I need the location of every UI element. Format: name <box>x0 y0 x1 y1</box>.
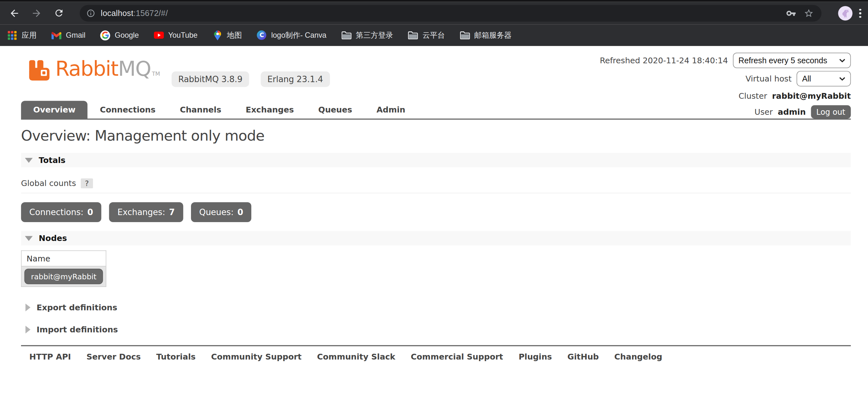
import-definitions-toggle[interactable]: Import definitions <box>21 325 851 334</box>
tab-overview[interactable]: Overview <box>21 101 88 118</box>
refresh-interval-select[interactable]: Refresh every 5 seconds <box>733 53 851 68</box>
bookmark-mail-server[interactable]: 邮箱服务器 <box>460 30 512 40</box>
footer-link-community-support[interactable]: Community Support <box>211 352 302 361</box>
bookmark-apps[interactable]: 应用 <box>7 30 37 40</box>
exchanges-count-chip: Exchanges:7 <box>109 202 183 222</box>
bookmark-google[interactable]: Google <box>100 30 139 40</box>
canva-icon: C <box>257 30 267 40</box>
browser-window: localhost:15672/#/ 应用 Gmail <box>0 0 868 395</box>
bookmark-star-icon[interactable] <box>804 8 814 20</box>
connections-count-chip: Connections:0 <box>21 202 101 222</box>
refresh-interval-value: Refresh every 5 seconds <box>738 56 827 65</box>
rabbitmq-logo-icon <box>27 58 52 82</box>
reload-icon <box>53 8 64 18</box>
footer-link-github[interactable]: GitHub <box>567 352 599 361</box>
nodes-section-header[interactable]: Nodes <box>21 231 851 246</box>
bookmark-maps[interactable]: 地图 <box>212 30 242 40</box>
reload-button[interactable] <box>50 4 67 22</box>
tab-admin[interactable]: Admin <box>364 101 417 118</box>
global-counts-label: Global counts <box>21 179 76 188</box>
export-definitions-toggle[interactable]: Export definitions <box>21 303 851 312</box>
forward-button[interactable] <box>28 4 45 22</box>
user-name: admin <box>778 107 806 116</box>
folder-icon <box>460 30 470 40</box>
expand-triangle-icon <box>26 304 31 311</box>
refreshed-timestamp: Refreshed 2020-11-24 18:40:14 <box>600 56 728 65</box>
virtual-host-value: All <box>802 74 811 83</box>
youtube-icon <box>154 30 164 40</box>
virtual-host-select[interactable]: All <box>797 71 851 87</box>
global-counts-row: Global counts ? <box>21 178 851 193</box>
cluster-label: Cluster <box>739 91 767 100</box>
footer-link-plugins[interactable]: Plugins <box>519 352 552 361</box>
virtual-host-label: Virtual host <box>745 74 792 83</box>
logo-trademark: TM <box>152 71 160 77</box>
site-info-icon[interactable] <box>86 9 95 18</box>
chevron-down-icon <box>839 58 845 62</box>
global-counts-chips: Connections:0 Exchanges:7 Queues:0 <box>21 202 851 222</box>
erlang-version-badge: Erlang 23.1.4 <box>261 72 330 87</box>
nodes-title: Nodes <box>39 234 67 243</box>
page-header: RabbitMQTM RabbitMQ 3.8.9 Erlang 23.1.4 … <box>21 46 851 101</box>
folder-icon <box>341 30 351 40</box>
queues-count-chip: Queues:0 <box>191 202 252 222</box>
header-status-panel: Refreshed 2020-11-24 18:40:14 Refresh ev… <box>600 53 851 118</box>
chevron-down-icon <box>839 77 845 81</box>
tab-queues[interactable]: Queues <box>306 101 364 118</box>
totals-section-header[interactable]: Totals <box>21 153 851 167</box>
help-icon[interactable]: ? <box>81 178 93 188</box>
queues-count-value: 0 <box>238 207 243 217</box>
bookmark-third-party-login[interactable]: 第三方登录 <box>341 30 393 40</box>
profile-avatar[interactable] <box>838 6 852 21</box>
bookmark-gmail[interactable]: Gmail <box>52 30 85 40</box>
dino-avatar-icon <box>840 8 851 19</box>
gmail-icon <box>52 30 61 40</box>
footer-link-tutorials[interactable]: Tutorials <box>156 352 195 361</box>
footer-link-server-docs[interactable]: Server Docs <box>87 352 141 361</box>
export-definitions-label: Export definitions <box>36 303 117 312</box>
user-label: User <box>755 107 773 116</box>
rabbitmq-logo[interactable]: RabbitMQTM <box>27 57 160 87</box>
bookmark-cloud-platform[interactable]: 云平台 <box>408 30 445 40</box>
bookmark-label: 地图 <box>227 30 242 40</box>
nodes-column-header: Name <box>21 251 106 266</box>
folder-icon <box>408 30 418 40</box>
bookmark-label: Gmail <box>66 31 85 39</box>
logo-text-mq: MQ <box>118 57 151 81</box>
tab-channels[interactable]: Channels <box>168 101 234 118</box>
google-icon <box>100 30 110 40</box>
url-bar[interactable]: localhost:15672/#/ <box>80 5 822 21</box>
url-path: :15672/#/ <box>133 9 168 18</box>
password-key-icon[interactable] <box>786 8 796 20</box>
logo-text-rabbit: Rabbit <box>55 57 118 81</box>
node-name-badge[interactable]: rabbit@myRabbit <box>24 269 103 284</box>
footer-links: HTTP API Server Docs Tutorials Community… <box>21 345 851 361</box>
footer-link-commercial-support[interactable]: Commercial Support <box>411 352 503 361</box>
cluster-name: rabbit@myRabbit <box>772 91 851 100</box>
collapse-triangle-icon <box>25 236 33 241</box>
import-definitions-label: Import definitions <box>36 325 118 334</box>
apps-grid-icon <box>7 30 17 40</box>
bookmark-label: YouTube <box>168 31 198 39</box>
bookmark-label: 邮箱服务器 <box>474 30 512 40</box>
logout-button[interactable]: Log out <box>811 105 851 118</box>
bookmark-youtube[interactable]: YouTube <box>154 30 198 40</box>
footer-link-http-api[interactable]: HTTP API <box>29 352 71 361</box>
table-row: rabbit@myRabbit <box>21 266 106 287</box>
exchanges-count-value: 7 <box>169 207 175 217</box>
footer-link-changelog[interactable]: Changelog <box>614 352 662 361</box>
collapse-triangle-icon <box>25 158 33 163</box>
tab-connections[interactable]: Connections <box>88 101 168 118</box>
footer-link-community-slack[interactable]: Community Slack <box>317 352 395 361</box>
bookmark-label: 应用 <box>22 30 37 40</box>
forward-arrow-icon <box>31 7 42 19</box>
back-arrow-icon <box>9 7 20 19</box>
maps-pin-icon <box>212 30 222 40</box>
bookmark-label: logo制作- Canva <box>271 30 327 40</box>
back-button[interactable] <box>5 4 23 22</box>
browser-menu-icon[interactable] <box>856 7 865 20</box>
rabbitmq-page: RabbitMQTM RabbitMQ 3.8.9 Erlang 23.1.4 … <box>0 46 868 361</box>
bookmarks-bar: 应用 Gmail Google YouTube 地图 C <box>0 24 868 46</box>
bookmark-canva[interactable]: C logo制作- Canva <box>257 30 327 40</box>
tab-exchanges[interactable]: Exchanges <box>234 101 306 118</box>
